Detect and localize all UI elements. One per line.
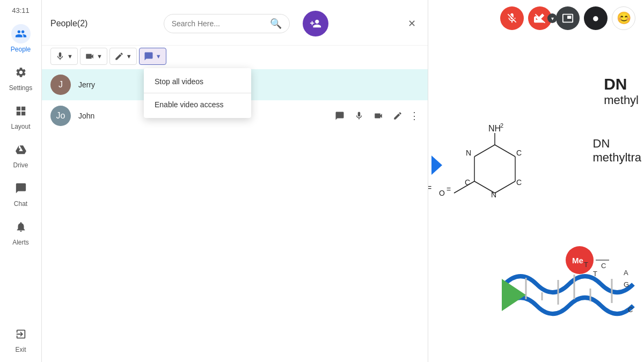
mic-control-button[interactable]: ▼ — [50, 48, 78, 65]
sidebar-label-settings: Settings — [9, 84, 32, 92]
layout-icon — [15, 105, 27, 117]
svg-text:C: C — [516, 178, 522, 187]
drive-icon-wrap — [11, 140, 31, 159]
svg-line-3 — [495, 145, 515, 157]
chat-control-button[interactable]: ▼ — [139, 48, 166, 65]
video-dropdown-menu: Stop all videos Enable video access — [144, 68, 251, 118]
muted-mic-icon — [506, 12, 518, 24]
john-chat-svg — [335, 111, 345, 121]
svg-text:T: T — [593, 270, 597, 278]
svg-text:C: C — [516, 149, 522, 157]
sidebar-item-chat[interactable]: Chat — [0, 173, 41, 212]
panel-header: People(2) 🔍 ✕ — [42, 0, 428, 46]
video-chevron: ▼ — [97, 53, 103, 60]
alerts-icon-wrap — [11, 217, 31, 237]
svg-text:Me: Me — [572, 256, 583, 265]
mic-icon — [55, 51, 65, 61]
record-dot: ● — [592, 12, 599, 24]
controls-row: ▼ ▼ ▼ ▼ Stop all videos Enable — [42, 46, 428, 65]
main-content: ▾ ● 😊 DN methyl DN methyltra — [428, 0, 644, 362]
add-person-button[interactable] — [303, 11, 328, 36]
svg-text:N: N — [491, 190, 496, 199]
enable-video-access-item[interactable]: Enable video access — [144, 94, 251, 115]
people-icon — [15, 28, 27, 40]
top-bar: ▾ ● 😊 — [492, 0, 644, 36]
pencil-icon — [114, 51, 124, 61]
john-mic-svg — [354, 111, 364, 121]
slide-content: DN methyl DN methyltra NH 2 C C N C N — [428, 0, 644, 362]
search-bar: 🔍 — [164, 14, 290, 33]
john-actions: ⋮ — [332, 108, 419, 123]
svg-text:=: = — [447, 185, 451, 194]
settings-icon-wrap — [11, 63, 31, 82]
sidebar-item-layout[interactable]: Layout — [0, 96, 41, 135]
expand-arrow-icon — [431, 156, 442, 175]
add-person-icon — [310, 18, 321, 29]
layout-icon-wrap — [11, 101, 31, 121]
svg-line-14 — [454, 181, 474, 193]
alerts-icon — [15, 221, 27, 233]
john-chat-icon[interactable] — [332, 108, 347, 123]
chemistry-diagram: NH 2 C C N C N O = O = — [428, 102, 644, 327]
john-video-icon[interactable] — [371, 108, 386, 123]
people-icon-wrap — [11, 24, 31, 43]
slide-line1: DN — [604, 75, 639, 93]
avatar-jerry: J — [50, 75, 71, 95]
svg-text:NH: NH — [488, 124, 501, 133]
dropdown-divider — [144, 93, 251, 93]
people-panel: People(2) 🔍 ✕ ▼ ▼ — [42, 0, 428, 362]
panel-title: People(2) — [50, 19, 87, 28]
sidebar-item-settings[interactable]: Settings — [0, 57, 41, 96]
exit-icon — [15, 328, 27, 340]
pip-button[interactable] — [556, 6, 580, 30]
sidebar-item-people[interactable]: People — [0, 19, 41, 57]
sidebar-label-exit: Exit — [15, 346, 26, 353]
svg-text:T: T — [584, 261, 588, 269]
sidebar-item-alerts[interactable]: Alerts — [0, 212, 41, 250]
mute-mic-button[interactable] — [500, 6, 524, 30]
search-input[interactable] — [172, 19, 266, 28]
svg-text:N: N — [466, 149, 471, 157]
drive-icon — [15, 144, 27, 156]
sidebar-item-exit[interactable]: Exit — [0, 319, 41, 362]
sidebar: 43:11 People Settings Layout — [0, 0, 42, 362]
sidebar-item-drive[interactable]: Drive — [0, 135, 41, 173]
pip-icon — [562, 12, 574, 24]
chat-icon — [15, 182, 27, 194]
emoji-icon: 😊 — [617, 11, 631, 25]
video-control-button[interactable]: ▼ — [80, 48, 107, 65]
svg-text:O: O — [439, 189, 445, 197]
pencil-control-button[interactable]: ▼ — [109, 48, 137, 65]
john-pencil-svg — [393, 111, 402, 121]
svg-text:2: 2 — [500, 122, 503, 129]
sidebar-label-chat: Chat — [14, 200, 27, 208]
svg-text:A: A — [624, 269, 628, 277]
sidebar-label-drive: Drive — [13, 161, 28, 169]
john-pencil-icon[interactable] — [390, 108, 405, 123]
svg-text:C: C — [601, 262, 606, 270]
camera-chevron-icon[interactable]: ▾ — [547, 13, 557, 23]
record-button[interactable]: ● — [584, 6, 608, 30]
john-more-icon[interactable]: ⋮ — [409, 110, 419, 122]
svg-marker-31 — [502, 279, 526, 311]
close-button[interactable]: ✕ — [404, 16, 419, 31]
john-video-svg — [374, 111, 383, 121]
sidebar-label-layout: Layout — [11, 123, 30, 130]
svg-text:=: = — [428, 183, 431, 192]
avatar-john: Jo — [50, 106, 71, 126]
svg-text:G: G — [624, 280, 629, 289]
svg-text:C: C — [628, 306, 633, 314]
muted-camera-icon — [534, 12, 546, 24]
chat-icon-wrap — [11, 179, 31, 198]
exit-icon-wrap — [11, 324, 31, 344]
search-icon[interactable]: 🔍 — [270, 18, 282, 29]
sidebar-time: 43:11 — [12, 0, 30, 19]
settings-icon — [15, 67, 27, 78]
chat-chevron: ▼ — [156, 53, 162, 60]
stop-all-videos-item[interactable]: Stop all videos — [144, 71, 251, 92]
chat-ctrl-icon — [144, 51, 153, 61]
camera-group: ▾ — [528, 6, 552, 30]
emoji-button[interactable]: 😊 — [612, 6, 635, 30]
john-mic-icon[interactable] — [352, 108, 367, 123]
pencil-chevron: ▼ — [126, 53, 132, 60]
